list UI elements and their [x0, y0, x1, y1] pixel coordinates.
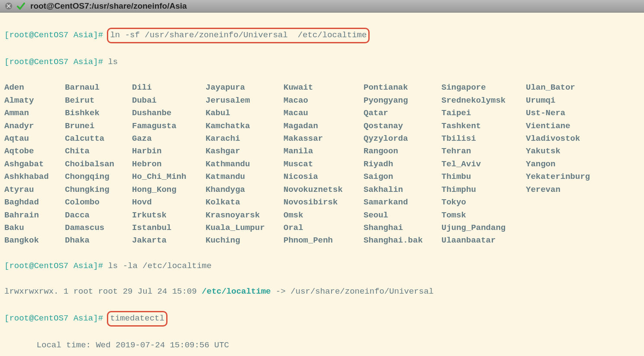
command-ln-highlighted: ln -sf /usr/share/zoneinfo/Universal /et…	[107, 28, 370, 43]
command-ls-la: ls -la /etc/localtime	[108, 261, 211, 271]
shell-prompt: [root@CentOS7 Asia]#	[4, 30, 103, 40]
list-item: Atyrau	[4, 184, 65, 196]
list-item: Manila	[283, 145, 364, 158]
list-item: Shanghai	[364, 222, 441, 234]
list-item: Ulaanbaatar	[441, 234, 526, 247]
list-item: Kuwait	[283, 81, 364, 94]
list-item: Qyzylorda	[364, 133, 441, 145]
list-item: Istanbul	[132, 222, 206, 234]
list-item: Baku	[4, 222, 65, 234]
list-item: Pontianak	[364, 81, 441, 94]
list-item: Srednekolymsk	[441, 94, 526, 107]
list-item: Hong_Kong	[132, 184, 206, 196]
list-item: Jerusalem	[206, 94, 283, 107]
list-item: Anadyr	[4, 120, 65, 133]
list-item: Krasnoyarsk	[206, 209, 283, 222]
list-item: Bishkek	[65, 107, 132, 120]
list-item: Tel_Aviv	[441, 158, 526, 171]
list-item: Bahrain	[4, 209, 65, 222]
window-titlebar: root@CentOS7:/usr/share/zoneinfo/Asia	[0, 0, 644, 13]
list-item: Dhaka	[65, 234, 132, 247]
list-item: Tomsk	[441, 209, 526, 222]
list-item: Tokyo	[441, 196, 526, 209]
terminal-content[interactable]: [root@CentOS7 Asia]# ln -sf /usr/share/z…	[0, 13, 644, 356]
list-item: Choibalsan	[65, 158, 132, 171]
list-item: Harbin	[132, 145, 206, 158]
list-item	[526, 209, 602, 222]
list-item: Phnom_Penh	[283, 234, 364, 247]
list-item: Ashgabat	[4, 158, 65, 171]
list-item: Makassar	[283, 133, 364, 145]
timedatectl-local-time: Local time: Wed 2019-07-24 15:09:56 UTC	[3, 339, 641, 352]
list-item: Tbilisi	[441, 133, 526, 145]
list-item: Macau	[283, 107, 364, 120]
list-item: Almaty	[4, 94, 65, 107]
list-item: Ashkhabad	[4, 171, 65, 183]
symlink-path: /etc/localtime	[202, 287, 271, 296]
list-item: Pyongyang	[364, 94, 441, 107]
list-item	[526, 234, 602, 247]
list-item: Famagusta	[132, 120, 206, 133]
list-item: Seoul	[364, 209, 441, 222]
list-item: Kathmandu	[206, 158, 283, 171]
list-item: Yakutsk	[526, 145, 602, 158]
list-item: Magadan	[283, 120, 364, 133]
list-item: Jayapura	[206, 81, 283, 94]
list-item: Oral	[283, 222, 364, 234]
list-item: Beirut	[65, 94, 132, 107]
list-item: Katmandu	[206, 171, 283, 183]
list-item: Jakarta	[132, 234, 206, 247]
list-item: Samarkand	[364, 196, 441, 209]
list-item: Omsk	[283, 209, 364, 222]
list-item: Kuching	[206, 234, 283, 247]
list-item: Dili	[132, 81, 206, 94]
list-item: Ho_Chi_Minh	[132, 171, 206, 183]
list-item: Barnaul	[65, 81, 132, 94]
shell-prompt: [root@CentOS7 Asia]#	[4, 314, 103, 323]
list-item: Ujung_Pandang	[441, 222, 526, 234]
list-item: Thimbu	[441, 171, 526, 183]
list-item: Shanghai.bak	[364, 234, 441, 247]
list-item: Riyadh	[364, 158, 441, 171]
list-item: Kabul	[206, 107, 283, 120]
window-title: root@CentOS7:/usr/share/zoneinfo/Asia	[30, 1, 187, 11]
list-item: Thimphu	[441, 184, 526, 196]
list-item: Dacca	[65, 209, 132, 222]
list-item: Dushanbe	[132, 107, 206, 120]
list-item: Bangkok	[4, 234, 65, 247]
list-item: Qostanay	[364, 120, 441, 133]
list-item: Hebron	[132, 158, 206, 171]
list-item: Kamchatka	[206, 120, 283, 133]
ls-output: AdenBarnaulDiliJayapuraKuwaitPontianakSi…	[3, 81, 641, 247]
ls-la-output: lrwxrwxrwx. 1 root root 29 Jul 24 15:09 …	[3, 285, 641, 298]
list-item: Damascus	[65, 222, 132, 234]
command-timedatectl-highlighted: timedatectl	[107, 311, 167, 326]
list-item: Qatar	[364, 107, 441, 120]
list-item: Dubai	[132, 94, 206, 107]
list-item: Kuala_Lumpur	[206, 222, 283, 234]
list-item: Nicosia	[283, 171, 364, 183]
list-item: Kolkata	[206, 196, 283, 209]
list-item: Aqtobe	[4, 145, 65, 158]
list-item: Vladivostok	[526, 133, 602, 145]
list-item: Karachi	[206, 133, 283, 145]
list-item: Kashgar	[206, 145, 283, 158]
list-item: Yerevan	[526, 184, 602, 196]
list-item: Yekaterinburg	[526, 171, 602, 183]
list-item: Ust-Nera	[526, 107, 602, 120]
list-item: Chita	[65, 145, 132, 158]
list-item: Gaza	[132, 133, 206, 145]
command-ls: ls	[108, 57, 118, 67]
list-item	[526, 222, 602, 234]
list-item: Aqtau	[4, 133, 65, 145]
list-item: Hovd	[132, 196, 206, 209]
list-item: Brunei	[65, 120, 132, 133]
list-item: Macao	[283, 94, 364, 107]
list-item: Muscat	[283, 158, 364, 171]
list-item: Vientiane	[526, 120, 602, 133]
list-item: Sakhalin	[364, 184, 441, 196]
list-item: Singapore	[441, 81, 526, 94]
list-item: Saigon	[364, 171, 441, 183]
list-item: Chungking	[65, 184, 132, 196]
close-icon[interactable]	[4, 2, 13, 10]
